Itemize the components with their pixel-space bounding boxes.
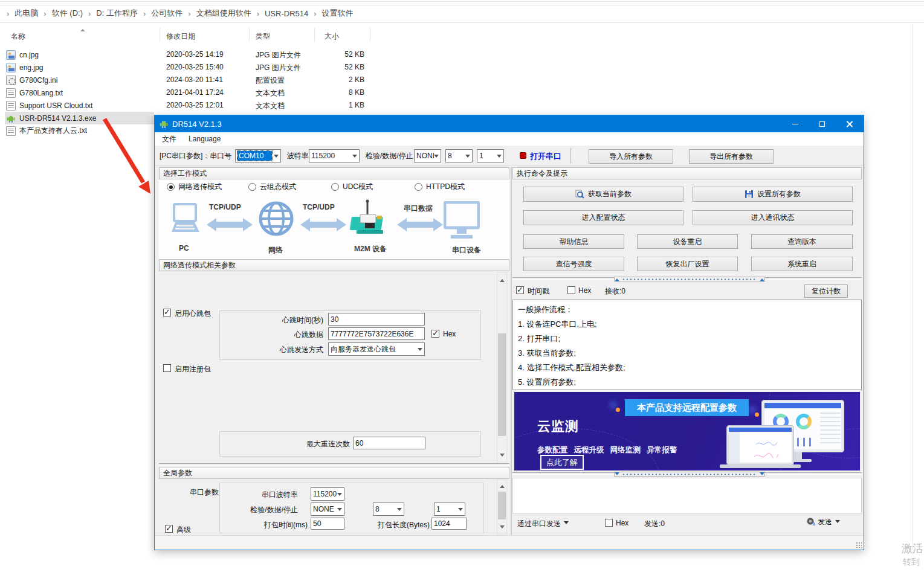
parity-select[interactable]: NONI <box>414 149 441 162</box>
mode-radio-cloud[interactable]: 云组态模式 <box>248 182 296 192</box>
mode-radio-transparent[interactable]: 网络透传模式 <box>167 182 222 192</box>
send-hex-checkbox[interactable] <box>605 519 613 527</box>
collapsible-splitter[interactable] <box>512 472 862 476</box>
file-row[interactable]: G780Lang.txt <box>6 86 157 99</box>
export-params-button[interactable]: 导出所有参数 <box>689 149 774 164</box>
import-params-button[interactable]: 导入所有参数 <box>589 149 673 164</box>
mode-radio-udc[interactable]: UDC模式 <box>331 182 373 192</box>
explorer-scrollbar-edge[interactable] <box>913 24 913 556</box>
open-port-button[interactable]: 打开串口 <box>530 151 561 162</box>
column-header-name[interactable]: 名称 <box>11 31 25 42</box>
signal-strength-button[interactable]: 查信号强度 <box>523 257 624 271</box>
resize-grip[interactable] <box>856 542 862 548</box>
banner-cta-button[interactable]: 点此了解 <box>540 455 584 470</box>
column-header-date[interactable]: 修改日期 <box>166 31 195 42</box>
mode-radio-httpd[interactable]: HTTPD模式 <box>415 182 465 192</box>
global-params-scrollbar[interactable] <box>497 479 507 535</box>
collapse-down-icon[interactable] <box>760 472 764 478</box>
device-reboot-button[interactable]: 设备重启 <box>637 234 738 249</box>
collapse-up-icon[interactable] <box>760 276 764 281</box>
breadcrumb-docs-software[interactable]: 文档组使用软件 <box>196 8 251 19</box>
file-name: G780Lang.txt <box>19 89 63 97</box>
screen: › 此电脑 › 软件 (D:) › D: 工作程序 › 公司软件 › 文档组使用… <box>0 0 924 578</box>
collapse-down-icon[interactable] <box>615 472 619 478</box>
scroll-down-icon[interactable] <box>500 454 505 459</box>
splitter-dots <box>622 278 757 280</box>
double-arrow-icon <box>300 217 347 234</box>
column-header-size[interactable]: 大小 <box>325 31 339 42</box>
collapse-up-icon[interactable] <box>615 276 619 281</box>
global-baud-select[interactable]: 115200 <box>311 487 344 501</box>
net-params-scrollbar[interactable] <box>497 272 507 463</box>
collapsible-splitter[interactable] <box>512 277 862 281</box>
banner-badge: 本产品支持远程配置参数 <box>625 399 749 416</box>
heartbeat-enable-checkbox[interactable] <box>163 309 171 316</box>
splitter-handle[interactable] <box>614 472 765 477</box>
column-separator[interactable] <box>370 28 370 42</box>
column-separator[interactable] <box>160 28 160 42</box>
file-row-selected[interactable]: USR-DR514 V2.1.3.exe <box>6 112 157 124</box>
file-row[interactable]: G780Cfg.ini <box>6 74 157 86</box>
breadcrumb-work-programs[interactable]: D: 工作程序 <box>96 8 138 19</box>
pack-len-input[interactable] <box>431 518 467 530</box>
breadcrumb-company-software[interactable]: 公司软件 <box>151 8 183 19</box>
heartbeat-hex-checkbox[interactable] <box>431 330 439 338</box>
global-stop-bits-select[interactable]: 1 <box>434 503 465 516</box>
send-button[interactable]: 发送 <box>806 517 840 528</box>
reset-count-button[interactable]: 复位计数 <box>804 284 848 298</box>
minimize-button[interactable] <box>781 115 809 132</box>
global-pds-label: 检验/数据/停止 <box>231 505 298 515</box>
enter-config-button[interactable]: 进入配置状态 <box>523 210 683 225</box>
com-port-select[interactable]: COM10 <box>235 149 281 162</box>
file-row[interactable]: 本产品支持有人云.txt <box>6 124 157 137</box>
receive-hex-checkbox[interactable] <box>567 286 575 294</box>
menu-language[interactable]: Language <box>189 135 221 143</box>
breadcrumb-setup-software[interactable]: 设置软件 <box>322 8 354 19</box>
heartbeat-mode-select[interactable]: 向服务器发送心跳包 <box>328 342 425 356</box>
scroll-up-icon[interactable] <box>500 277 505 282</box>
enter-comm-button[interactable]: 进入通讯状态 <box>693 210 853 225</box>
banner-features: 参数配置 远程升级 网络监测 异常报警 <box>537 445 677 455</box>
window-titlebar[interactable]: DR514 V2.1.3 <box>155 115 864 132</box>
stop-bits-select[interactable]: 1 <box>477 149 504 162</box>
column-header-type[interactable]: 类型 <box>256 31 270 42</box>
data-bits-select[interactable]: 8 <box>445 149 473 162</box>
maximize-button[interactable] <box>809 115 836 132</box>
close-button[interactable] <box>836 115 863 132</box>
set-params-button[interactable]: 设置所有参数 <box>693 187 853 202</box>
register-enable-checkbox[interactable] <box>163 364 171 372</box>
scroll-down-icon[interactable] <box>500 525 505 531</box>
scrollbar-thumb[interactable] <box>498 492 506 519</box>
menu-file[interactable]: 文件 <box>162 134 176 144</box>
breadcrumb-usr-dr514[interactable]: USR-DR514 <box>265 9 308 18</box>
reconnect-input[interactable] <box>353 437 425 449</box>
horizontal-splitter[interactable] <box>159 463 509 467</box>
breadcrumb-this-pc[interactable]: 此电脑 <box>15 8 38 19</box>
column-separator[interactable] <box>249 28 250 42</box>
file-row[interactable]: Support USR Cloud.txt <box>6 99 157 112</box>
advanced-checkbox[interactable] <box>165 525 173 533</box>
timestamp-checkbox[interactable] <box>516 286 524 294</box>
file-row[interactable]: eng.jpg <box>6 61 157 74</box>
scrollbar-thumb[interactable] <box>498 333 506 436</box>
baud-select[interactable]: 115200 <box>309 149 360 162</box>
receive-log-area[interactable]: 一般操作流程： 1. 设备连PC串口,上电; 2. 打开串口; 3. 获取当前参… <box>512 300 862 390</box>
file-row[interactable]: cn.jpg <box>6 48 157 61</box>
system-reboot-button[interactable]: 系统重启 <box>751 257 853 271</box>
global-parity-select[interactable]: NONE <box>311 503 344 516</box>
get-params-button[interactable]: 获取当前参数 <box>523 187 683 202</box>
global-data-bits-select[interactable]: 8 <box>373 503 404 516</box>
breadcrumb-drive-d[interactable]: 软件 (D:) <box>52 8 83 19</box>
promo-banner[interactable]: 本产品支持远程配置参数 云监测 参数配置 远程升级 网络监测 异常报警 点此了解 <box>514 392 860 470</box>
heartbeat-data-input[interactable] <box>328 327 425 340</box>
factory-reset-button[interactable]: 恢复出厂设置 <box>637 257 738 271</box>
column-separator[interactable] <box>314 28 315 42</box>
send-via-serial-dropdown[interactable]: 通过串口发送 <box>517 519 569 529</box>
query-version-button[interactable]: 查询版本 <box>751 234 853 249</box>
splitter-handle[interactable] <box>614 277 765 281</box>
heartbeat-time-input[interactable] <box>328 313 425 326</box>
help-info-button[interactable]: 帮助信息 <box>523 234 624 249</box>
pack-time-input[interactable] <box>311 518 344 530</box>
send-input-area[interactable] <box>512 478 862 514</box>
scroll-up-icon[interactable] <box>500 483 505 488</box>
